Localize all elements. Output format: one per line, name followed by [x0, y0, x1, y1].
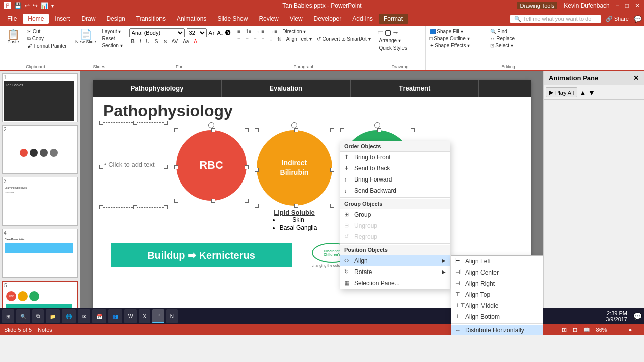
cut-button[interactable]: ✂ Cut [25, 28, 69, 35]
tab-pathophysiology[interactable]: Pathophysiology [93, 80, 222, 97]
normal-view-button[interactable]: ⊞ [562, 327, 567, 333]
select-button[interactable]: ⊡ Select ▾ [488, 42, 515, 49]
italic-button[interactable]: I [138, 38, 143, 45]
underline-button[interactable]: U [144, 38, 152, 45]
powerpoint-taskbar-button[interactable]: P [152, 309, 164, 323]
shape-effects-button[interactable]: ✦ Shape Effects ▾ [428, 42, 472, 49]
onenote-button[interactable]: N [166, 309, 178, 323]
font-color-button[interactable]: A [192, 38, 199, 45]
animation-pane-close[interactable]: ✕ [633, 74, 639, 82]
bullets-button[interactable]: ≡ [235, 28, 243, 35]
tab-evaluation[interactable]: Evaluation [222, 80, 351, 97]
mail-button[interactable]: ✉ [78, 309, 90, 323]
menu-addins[interactable]: Add-ins [347, 14, 378, 24]
shape-fill-button[interactable]: 🟦 Shape Fill ▾ [428, 28, 465, 35]
find-button[interactable]: 🔍 Find [488, 28, 509, 35]
replace-button[interactable]: ↔ Replace [488, 35, 517, 42]
align-right-item[interactable]: ⊣ Align Right [451, 278, 543, 289]
align-middle-item[interactable]: ⊥⊤ Align Middle [451, 300, 543, 311]
paste-button[interactable]: 📋 Paste [2, 28, 24, 45]
shape-outline-button[interactable]: □ Shape Outline ▾ [428, 35, 472, 42]
rbc-circle[interactable]: RBC [176, 130, 247, 201]
sorter-view-button[interactable]: ⊟ [573, 327, 577, 333]
notes-button[interactable]: Notes [38, 327, 52, 333]
menu-review[interactable]: Review [254, 14, 283, 24]
indirect-bilirubin-circle[interactable]: IndirectBilirubin [257, 130, 332, 206]
text-shadow-button[interactable]: S̲ [162, 38, 169, 45]
font-grow-button[interactable]: A↑ [209, 30, 215, 36]
search-box[interactable]: 🔍Tell me what you want to do [510, 15, 601, 23]
menu-view[interactable]: View [285, 14, 308, 24]
align-left-button[interactable]: ≡ [235, 36, 243, 42]
play-all-button[interactable]: ▶ Play All [546, 87, 577, 97]
layout-button[interactable]: Layout ▾ [100, 28, 124, 35]
menu-draw[interactable]: Draw [76, 14, 100, 24]
align-item[interactable]: ⇔ Align ▶ ⊢ Align Left ⊣⊢ Al [340, 255, 450, 266]
font-size-selector[interactable]: 32 [187, 28, 207, 37]
menu-format[interactable]: Format [379, 14, 408, 24]
slide-thumb-1[interactable]: 1 Tan Babies [2, 73, 78, 122]
shape-arrow[interactable]: → [392, 28, 399, 36]
explorer-button[interactable]: 📁 [46, 309, 60, 323]
menu-developer[interactable]: Developer [309, 14, 347, 24]
share-button[interactable]: 🔗 Share [606, 16, 629, 22]
send-backward-item[interactable]: ↓ Send Backward [340, 185, 450, 196]
taskview-button[interactable]: ⧉ [32, 309, 44, 323]
zoom-slider[interactable]: ────●── [613, 327, 640, 333]
convert-smartart-button[interactable]: ↺ Convert to SmartArt ▾ [315, 36, 373, 42]
reading-view-button[interactable]: 📖 [583, 327, 590, 333]
numbering-button[interactable]: 1≡ [244, 28, 253, 35]
menu-design[interactable]: Design [101, 14, 130, 24]
quick-access-undo[interactable]: ↩ [25, 2, 30, 9]
arrange-button[interactable]: Arrange ▾ [377, 37, 403, 44]
quick-access-redo[interactable]: ↪ [33, 2, 38, 9]
align-top-item[interactable]: ⊤ Align Top [451, 289, 543, 300]
close-button[interactable]: ✕ [635, 2, 640, 9]
buildup-button[interactable]: Buildup ➡ Kernicterus [111, 243, 292, 267]
menu-slideshow[interactable]: Slide Show [212, 14, 253, 24]
menu-file[interactable]: File [2, 14, 22, 24]
align-center-item[interactable]: ⊣⊢ Align Center [451, 267, 543, 278]
rbc-circle-container[interactable]: RBC [176, 122, 247, 201]
text-box[interactable]: • Click to add text [101, 122, 166, 208]
bring-to-front-item[interactable]: ⬆ Bring to Front [340, 152, 450, 163]
notification-button[interactable]: 💬 [633, 312, 642, 320]
distribute-horizontally-item[interactable]: ↔ Distribute Horizontally [451, 325, 543, 336]
text-direction-button[interactable]: Direction ▾ [280, 28, 308, 35]
bold-button[interactable]: B [129, 38, 137, 45]
font-name-selector[interactable]: Arial (Body) [129, 28, 185, 37]
search-taskbar[interactable]: 🔍 [16, 309, 30, 323]
slide-thumb-2[interactable]: 2 [2, 125, 78, 174]
send-to-back-item[interactable]: ⬇ Send to Back [340, 163, 450, 174]
font-shrink-button[interactable]: A↓ [217, 30, 223, 36]
reset-button[interactable]: Reset [100, 35, 124, 42]
increase-indent-button[interactable]: →≡ [267, 28, 279, 35]
teams-button[interactable]: 👥 [108, 309, 122, 323]
outlook-button[interactable]: 📅 [92, 309, 106, 323]
align-text-button[interactable]: Align Text ▾ [284, 36, 314, 42]
justify-button[interactable]: ≡ [260, 36, 267, 42]
word-button[interactable]: W [124, 309, 137, 323]
align-bottom-item[interactable]: ⊥ Align Bottom [451, 311, 543, 322]
quick-access-dropdown[interactable]: ▾ [51, 3, 54, 9]
align-center-button[interactable]: ≡ [244, 36, 251, 42]
slide-thumb-3[interactable]: 3 Learning Objectives • Describe... [2, 177, 78, 226]
regroup-item[interactable]: ↺ Regroup [340, 231, 450, 242]
format-painter-button[interactable]: 🖌 Format Painter [25, 43, 69, 49]
menu-home[interactable]: Home [23, 14, 49, 24]
rotate-item[interactable]: ↻ Rotate ▶ [340, 266, 450, 278]
quick-access-present[interactable]: 📊 [41, 2, 48, 9]
shape-rounded[interactable]: ▢ [385, 28, 391, 36]
quick-access-save[interactable]: 💾 [14, 2, 22, 9]
menu-insert[interactable]: Insert [50, 14, 75, 24]
columns-button[interactable]: ⫶ [268, 36, 274, 42]
shape-rect[interactable]: ▭ [377, 28, 384, 36]
excel-button[interactable]: X [139, 309, 150, 323]
bring-forward-item[interactable]: ↑ Bring Forward [340, 174, 450, 185]
slide-thumb-4[interactable]: 4 Case Presentation [2, 229, 78, 278]
minimize-button[interactable]: − [616, 2, 619, 9]
align-left-item[interactable]: ⊢ Align Left [451, 256, 543, 267]
change-case-button[interactable]: Aa [181, 38, 191, 45]
restore-button[interactable]: □ [625, 2, 629, 9]
menu-animations[interactable]: Animations [172, 14, 211, 24]
